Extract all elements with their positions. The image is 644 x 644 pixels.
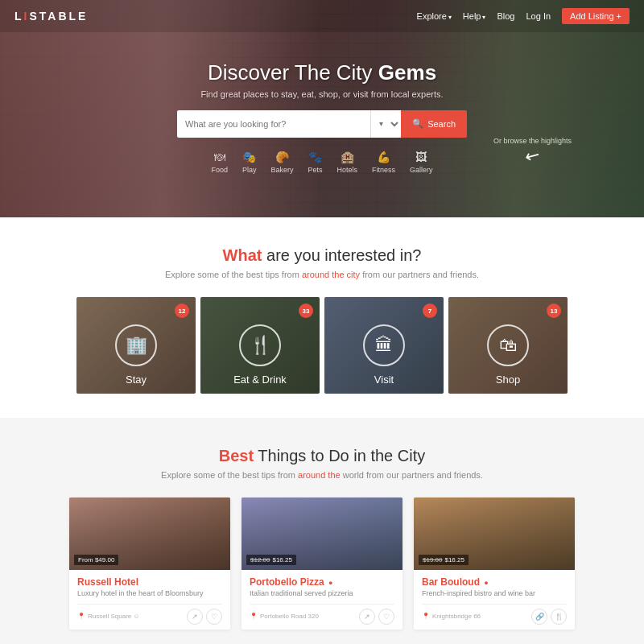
- cat-gallery[interactable]: 🖼 Gallery: [410, 151, 433, 174]
- hero-title: Discover The City Gems: [208, 60, 436, 85]
- cat-play[interactable]: 🎭 Play: [242, 151, 257, 174]
- search-button[interactable]: 🔍 Search: [401, 110, 467, 138]
- pets-icon: 🐾: [308, 151, 322, 163]
- card-russell-hotel: From $49.00 Russell Hotel Luxury hotel i…: [69, 497, 230, 630]
- hotel-title: Russell Hotel: [77, 576, 222, 588]
- search-bar: ▾ 🔍 Search: [177, 110, 467, 138]
- food-icon: 🍽: [214, 151, 225, 163]
- pizza-fav-icon[interactable]: ♡: [378, 609, 394, 625]
- bar-desc: French-inspired bistro and wine bar: [422, 589, 567, 599]
- nav-help[interactable]: Help▾: [463, 11, 486, 21]
- hotel-footer: 📍 Russell Square ☺ ↗ ♡: [77, 604, 222, 625]
- bar-body: Bar Bouloud ● French-inspired bistro and…: [414, 570, 575, 630]
- hotel-actions: ↗ ♡: [187, 609, 222, 625]
- nav-login[interactable]: Log In: [526, 11, 551, 21]
- pizza-desc: Italian traditional served pizzeria: [250, 589, 394, 599]
- pizza-footer: 📍 Portobello Road 320 ↗ ♡: [250, 604, 394, 625]
- shop-label: Shop: [448, 374, 568, 386]
- card-bar-bouloud: $19.00$16.25 Bar Bouloud ● French-inspir…: [414, 497, 575, 630]
- cat-hotels[interactable]: 🏨 Hotels: [337, 151, 358, 174]
- card-portobello-pizza: $12.00$16.25 Portobello Pizza ● Italian …: [242, 497, 402, 630]
- search-input[interactable]: [177, 110, 370, 138]
- cat-fitness[interactable]: 💪 Fitness: [372, 151, 395, 174]
- interests-section: What are you interested in? Explore some…: [0, 217, 644, 418]
- stay-label: Stay: [76, 374, 196, 386]
- bar-share-icon[interactable]: 🔗: [531, 609, 547, 625]
- highlights-arrow: Or browse the highlights ↙: [493, 137, 572, 166]
- bar-verified-icon: ●: [484, 579, 488, 587]
- cat-pets[interactable]: 🐾 Pets: [308, 151, 322, 174]
- interests-title: What are you interested in?: [16, 246, 628, 265]
- best-title: Best Things to Do in the City: [48, 447, 596, 465]
- bar-location: 📍 Knightsbridge 66: [422, 613, 481, 620]
- gallery-icon: 🖼: [415, 151, 427, 163]
- pizza-share-icon[interactable]: ↗: [359, 609, 375, 625]
- interest-eat[interactable]: 33 🍴 Eat & Drink: [200, 297, 320, 394]
- hotel-desc: Luxury hotel in the heart of Bloomsbury: [77, 589, 222, 599]
- interest-grid: 12 🏢 Stay 33 🍴 Eat & Drink 7: [16, 297, 628, 394]
- best-subtitle: Explore some of the best tips from aroun…: [48, 470, 596, 480]
- location-icon3: 📍: [422, 613, 430, 620]
- nav-explore[interactable]: Explore▾: [417, 11, 452, 21]
- pizza-actions: ↗ ♡: [359, 609, 394, 625]
- eat-icon: 🍴: [239, 324, 281, 366]
- visit-label: Visit: [324, 374, 444, 386]
- location-icon: 📍: [77, 613, 85, 620]
- visit-icon: 🏛: [363, 324, 405, 366]
- hotel-fav-icon[interactable]: ♡: [206, 609, 222, 625]
- pizza-title: Portobello Pizza ●: [250, 576, 394, 588]
- hotel-share-icon[interactable]: ↗: [187, 609, 203, 625]
- hotel-body: Russell Hotel Luxury hotel in the heart …: [69, 570, 230, 630]
- hero-categories: 🍽 Food 🎭 Play 🥐 Bakery 🐾 Pets 🏨 H: [211, 151, 432, 174]
- bar-fav-icon[interactable]: 🍴: [551, 609, 567, 625]
- bar-price-badge: $19.00$16.25: [419, 555, 469, 565]
- best-things-section: Best Things to Do in the City Explore so…: [0, 418, 644, 644]
- pizza-verified-icon: ●: [328, 579, 332, 587]
- stay-icon: 🏢: [115, 324, 157, 366]
- logo: LISTABLE: [14, 10, 88, 23]
- shop-icon: 🛍: [487, 324, 529, 366]
- search-category-dropdown[interactable]: ▾: [370, 110, 401, 138]
- bakery-icon: 🥐: [275, 151, 289, 163]
- hero-section: Discover The City Gems Find great places…: [0, 0, 644, 217]
- nav-blog[interactable]: Blog: [497, 11, 514, 21]
- hotels-icon: 🏨: [341, 151, 354, 163]
- fitness-icon: 💪: [377, 151, 390, 163]
- best-grid: From $49.00 Russell Hotel Luxury hotel i…: [48, 497, 596, 630]
- interest-shop[interactable]: 13 🛍 Shop: [448, 297, 568, 394]
- cat-food[interactable]: 🍽 Food: [211, 151, 228, 174]
- interests-subtitle: Explore some of the best tips from aroun…: [16, 270, 628, 279]
- interest-visit[interactable]: 7 🏛 Visit: [324, 297, 444, 394]
- pizza-price-badge: $12.00$16.25: [246, 555, 296, 565]
- search-icon: 🔍: [412, 118, 423, 129]
- hotel-price-badge: From $49.00: [74, 555, 118, 565]
- bar-footer: 📍 Knightsbridge 66 🔗 🍴: [422, 604, 567, 625]
- bar-title: Bar Bouloud ●: [422, 576, 567, 588]
- navbar: LISTABLE Explore▾ Help▾ Blog Log In Add …: [0, 0, 644, 32]
- bar-image: $19.00$16.25: [414, 497, 575, 570]
- interest-stay[interactable]: 12 🏢 Stay: [76, 297, 196, 394]
- location-icon2: 📍: [250, 613, 258, 620]
- hotel-location: 📍 Russell Square ☺: [77, 613, 140, 620]
- add-listing-button[interactable]: Add Listing +: [562, 8, 630, 24]
- bar-actions: 🔗 🍴: [531, 609, 567, 625]
- pizza-image: $12.00$16.25: [242, 497, 402, 570]
- cat-bakery[interactable]: 🥐 Bakery: [270, 151, 293, 174]
- hero-content: Discover The City Gems Find great places…: [0, 0, 644, 217]
- hero-subtitle: Find great places to stay, eat, shop, or…: [200, 89, 443, 99]
- eat-label: Eat & Drink: [200, 374, 320, 386]
- hotel-image: From $49.00: [69, 497, 230, 570]
- nav-links: Explore▾ Help▾ Blog Log In Add Listing +: [417, 8, 630, 24]
- pizza-location: 📍 Portobello Road 320: [250, 613, 319, 620]
- pizza-body: Portobello Pizza ● Italian traditional s…: [242, 570, 402, 630]
- play-icon: 🎭: [242, 151, 256, 163]
